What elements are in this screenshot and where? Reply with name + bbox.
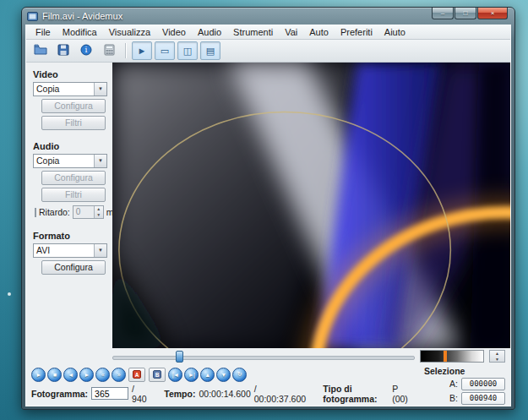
video-filters-button[interactable]: Filtri [41, 116, 106, 130]
single-view-icon: ▭ [161, 46, 169, 57]
format-configure-button[interactable]: Configura [41, 260, 106, 275]
video-configure-button[interactable]: Configura [41, 99, 106, 113]
selection-b-value: 000940 [461, 392, 505, 405]
marker-a-button[interactable]: A [128, 368, 145, 382]
menu-video[interactable]: Video [156, 25, 192, 39]
seek-slider-handle[interactable] [176, 351, 183, 363]
menubar: File Modifica Visualizza Video Audio Str… [26, 25, 510, 40]
format-section-title: Formato [33, 231, 112, 241]
frame-input[interactable] [91, 387, 128, 400]
main-content: Video Copia ▼ Configura Filtri Audio Cop… [26, 63, 510, 348]
calculator-icon [104, 44, 115, 58]
delay-checkbox[interactable] [35, 208, 36, 217]
close-button[interactable]: × [477, 8, 508, 19]
audio-codec-value: Copia [34, 155, 94, 167]
window-controls: – □ × [431, 8, 508, 19]
floppy-icon [57, 44, 69, 58]
minimize-button[interactable]: – [432, 8, 454, 19]
spinner-arrows-icon[interactable]: ▲▼ [94, 206, 103, 218]
menu-file[interactable]: File [30, 25, 57, 39]
format-value: AVI [34, 244, 94, 257]
save-button[interactable] [53, 41, 73, 60]
maximize-button[interactable]: □ [455, 8, 476, 19]
marker-b-icon: B [153, 370, 161, 379]
selection-b-label: B: [449, 393, 458, 403]
menu-modifica[interactable]: Modifica [57, 25, 103, 39]
window-title: Film.avi - Avidemux [42, 11, 122, 21]
menu-audio[interactable]: Audio [192, 25, 227, 39]
chevron-down-icon: ▼ [94, 155, 106, 167]
time-value: 00:00:14.600 [199, 389, 250, 399]
format-combo[interactable]: AVI ▼ [33, 243, 107, 258]
video-codec-value: Copia [34, 83, 94, 95]
desktop: Film.avi - Avidemux – □ × File Modifica … [0, 0, 528, 420]
menu-vai[interactable]: Vai [279, 25, 303, 39]
open-button[interactable] [30, 41, 51, 60]
play-filtered-icon: ► [138, 46, 147, 56]
menu-strumenti[interactable]: Strumenti [227, 25, 279, 39]
audio-codec-combo[interactable]: Copia ▼ [33, 154, 107, 168]
delay-value: 0 [73, 206, 94, 218]
marker-b-button[interactable]: B [149, 368, 166, 382]
calculator-button[interactable] [99, 41, 119, 60]
app-icon [27, 12, 38, 21]
frame-type-label: Tipo di fotogramma: [323, 384, 389, 404]
next-keyframe-button[interactable]: » [112, 368, 126, 382]
chevron-down-icon: ▼ [94, 83, 106, 95]
audio-delay-row: Ritardo: 0 ▲▼ ms [35, 205, 112, 219]
time-total: / 00:00:37.600 [254, 384, 306, 404]
transport-controls: ► ■ ◄ ► « » A B |◄ ►| ▲ [26, 364, 416, 385]
stop-button[interactable]: ■ [47, 368, 62, 382]
gradient-slider-marker [444, 351, 447, 362]
play-filtered-toggle[interactable]: ► [132, 41, 152, 60]
titlebar[interactable]: Film.avi - Avidemux – □ × [25, 8, 511, 25]
dual-view-toggle[interactable]: ◫ [177, 41, 198, 60]
frame-type-value: P (00) [392, 384, 411, 404]
prev-black-frame-button[interactable]: ▲ [200, 368, 215, 382]
time-label: Tempo: [164, 389, 195, 399]
audio-configure-button[interactable]: Configura [41, 171, 106, 185]
seek-row: ▲▼ [26, 348, 510, 364]
toolbar-separator [125, 43, 126, 58]
menu-auto[interactable]: Auto [303, 25, 335, 39]
selection-b-row: B: 000940 [416, 391, 505, 405]
selection-a-label: A: [449, 379, 458, 389]
menu-aiuto[interactable]: Aiuto [378, 25, 411, 39]
selection-title: Selezione [416, 366, 505, 377]
gradient-slider[interactable] [420, 350, 484, 363]
marker-a-icon: A [133, 370, 141, 379]
svg-text:i: i [85, 46, 88, 54]
next-frame-button[interactable]: ► [79, 368, 94, 382]
desktop-speck [8, 292, 11, 296]
info-button[interactable]: i [76, 41, 96, 60]
last-frame-button[interactable]: ►| [184, 368, 199, 382]
prev-frame-button[interactable]: ◄ [63, 368, 78, 382]
time-jump-button[interactable]: ↻ [232, 368, 247, 382]
sidebar: Video Copia ▼ Configura Filtri Audio Cop… [26, 63, 112, 348]
menu-visualizza[interactable]: Visualizza [103, 25, 156, 39]
delay-spinner[interactable]: 0 ▲▼ [73, 205, 104, 219]
video-codec-combo[interactable]: Copia ▼ [33, 82, 107, 96]
audio-section-title: Audio [33, 141, 112, 151]
play-button[interactable]: ► [31, 368, 46, 382]
frame-total: / 940 [132, 384, 147, 404]
info-icon: i [80, 44, 92, 58]
video-section-title: Video [33, 69, 112, 79]
gradient-slider-stepper[interactable]: ▲▼ [489, 350, 505, 363]
menu-preferiti[interactable]: Preferiti [335, 25, 378, 39]
delay-label: Ritardo: [39, 207, 70, 217]
single-view-toggle[interactable]: ▭ [155, 41, 175, 60]
seek-slider[interactable] [112, 351, 415, 363]
toolbar: i ► ▭ ◫ ▤ [26, 40, 510, 63]
info-view-toggle[interactable]: ▤ [200, 41, 220, 60]
bottom-left: ► ■ ◄ ► « » A B |◄ ►| ▲ [26, 364, 416, 406]
prev-keyframe-button[interactable]: « [95, 368, 110, 382]
next-black-frame-button[interactable]: ▼ [216, 368, 231, 382]
frame-label: Fotogramma: [31, 389, 88, 399]
audio-filters-button[interactable]: Filtri [41, 188, 106, 202]
selection-a-value: 000000 [461, 378, 505, 390]
chevron-down-icon: ▼ [94, 244, 106, 257]
dual-view-icon: ◫ [183, 46, 192, 57]
statusbar: Fotogramma: / 940 Tempo: 00:00:14.600 / … [26, 385, 416, 402]
first-frame-button[interactable]: |◄ [168, 368, 182, 382]
